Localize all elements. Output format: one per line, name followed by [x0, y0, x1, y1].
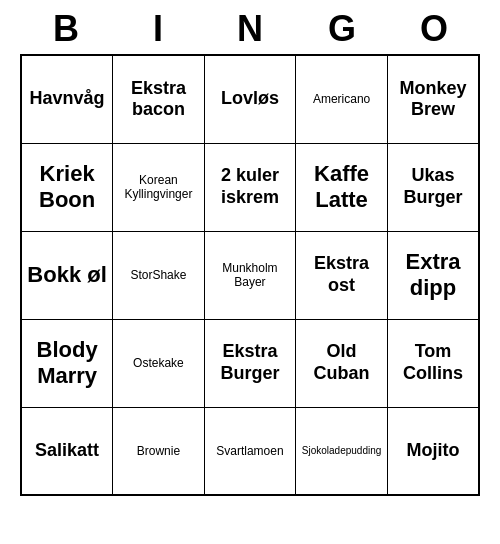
cell-3-1: Ostekake — [113, 319, 204, 407]
cell-4-4: Mojito — [387, 407, 479, 495]
title-n: N — [210, 8, 290, 50]
cell-0-1: Ekstra bacon — [113, 55, 204, 143]
cell-3-2: Ekstra Burger — [204, 319, 295, 407]
cell-2-2: Munkholm Bayer — [204, 231, 295, 319]
cell-0-4: Monkey Brew — [387, 55, 479, 143]
cell-0-3: Americano — [296, 55, 388, 143]
cell-4-0: Salikatt — [21, 407, 113, 495]
title-o: O — [394, 8, 474, 50]
title-i: I — [118, 8, 198, 50]
cell-1-1: Korean Kyllingvinger — [113, 143, 204, 231]
cell-0-2: Lovløs — [204, 55, 295, 143]
title-b: B — [26, 8, 106, 50]
cell-1-2: 2 kuler iskrem — [204, 143, 295, 231]
title-g: G — [302, 8, 382, 50]
cell-2-1: StorShake — [113, 231, 204, 319]
cell-1-4: Ukas Burger — [387, 143, 479, 231]
cell-3-3: Old Cuban — [296, 319, 388, 407]
cell-1-0: Kriek Boon — [21, 143, 113, 231]
cell-1-3: Kaffe Latte — [296, 143, 388, 231]
cell-3-4: Tom Collins — [387, 319, 479, 407]
cell-4-2: Svartlamoen — [204, 407, 295, 495]
cell-2-3: Ekstra ost — [296, 231, 388, 319]
cell-2-0: Bokk øl — [21, 231, 113, 319]
cell-4-3: Sjokoladepudding — [296, 407, 388, 495]
bingo-title-row: B I N G O — [20, 0, 480, 54]
cell-4-1: Brownie — [113, 407, 204, 495]
cell-0-0: Havnvåg — [21, 55, 113, 143]
cell-3-0: Blody Marry — [21, 319, 113, 407]
cell-2-4: Extra dipp — [387, 231, 479, 319]
bingo-grid: HavnvågEkstra baconLovløsAmericanoMonkey… — [20, 54, 480, 496]
